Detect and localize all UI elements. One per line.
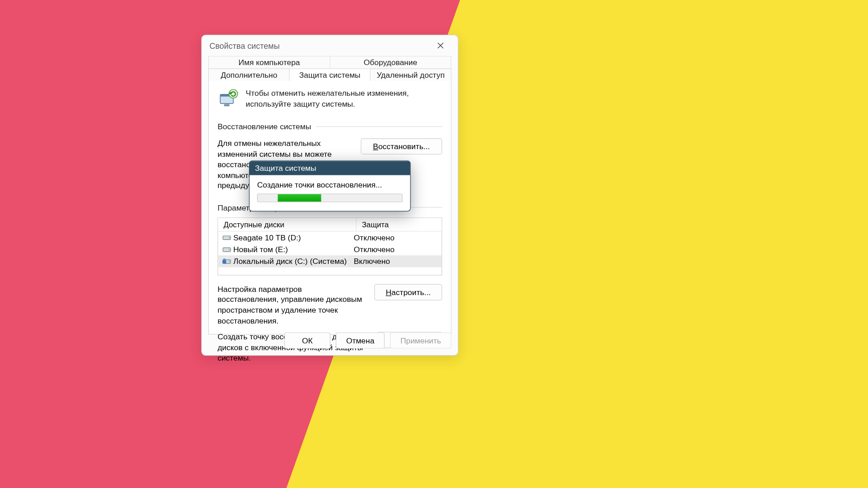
close-icon [437,42,443,49]
dialog-button-row: ОК Отмена Применить [284,333,452,349]
svg-point-8 [229,237,230,238]
svg-rect-4 [224,104,230,106]
svg-point-10 [229,249,230,250]
drive-icon [222,245,231,253]
svg-rect-13 [222,260,226,263]
drive-name: Seagate 10 TB (D:) [233,233,301,242]
titlebar: Свойства системы [202,35,458,56]
intro-row: Чтобы отменить нежелательные изменения, … [217,89,442,110]
cancel-button[interactable]: Отмена [336,333,385,349]
tab-strip: Имя компьютера Оборудование Дополнительн… [208,56,452,81]
tab-remote[interactable]: Удаленный доступ [371,68,452,81]
configure-button[interactable]: Настроить... [374,284,442,300]
restore-heading: Восстановление системы [217,122,311,131]
system-drive-icon [222,258,231,265]
system-protection-icon [217,89,239,110]
intro-text: Чтобы отменить нежелательные изменения, … [246,89,442,110]
drive-status: Включено [354,257,390,266]
tab-computer-name[interactable]: Имя компьютера [208,56,330,69]
drives-table: Доступные диски Защита Seagate 10 TB (D:… [217,217,442,275]
col-status: Защита [356,218,441,231]
progress-dialog-title: Защита системы [250,161,410,175]
tab-advanced[interactable]: Дополнительно [208,68,290,81]
dialog-title: Свойства системы [209,41,279,50]
drive-row[interactable]: Локальный диск (C:) (Система)Включено [218,255,441,267]
configure-description: Настройка параметров восстановления, упр… [217,284,363,327]
drive-icon [222,234,231,241]
progress-dialog: Защита системы Создание точки восстановл… [249,160,411,211]
tab-hardware[interactable]: Оборудование [330,56,451,69]
drive-row[interactable]: Seagate 10 TB (D:)Отключено [218,231,441,243]
drive-status: Отключено [354,233,394,242]
apply-button: Применить [390,333,452,349]
divider [316,126,442,127]
col-drive: Доступные диски [218,218,356,231]
svg-point-12 [229,261,230,262]
close-button[interactable] [429,38,453,54]
drive-row[interactable]: Новый том (E:)Отключено [218,244,441,255]
drives-header: Доступные диски Защита [218,218,441,231]
progress-message: Создание точки восстановления... [257,181,403,189]
tab-system-protection[interactable]: Защита системы [290,68,371,81]
ok-button[interactable]: ОК [284,333,330,349]
progress-bar [257,193,403,202]
drive-name: Локальный диск (C:) (Система) [233,257,347,266]
progress-fill [278,194,321,202]
restore-button[interactable]: Восстановить... [361,138,442,155]
drive-name: Новый том (E:) [233,245,288,253]
drive-status: Отключено [354,245,394,253]
